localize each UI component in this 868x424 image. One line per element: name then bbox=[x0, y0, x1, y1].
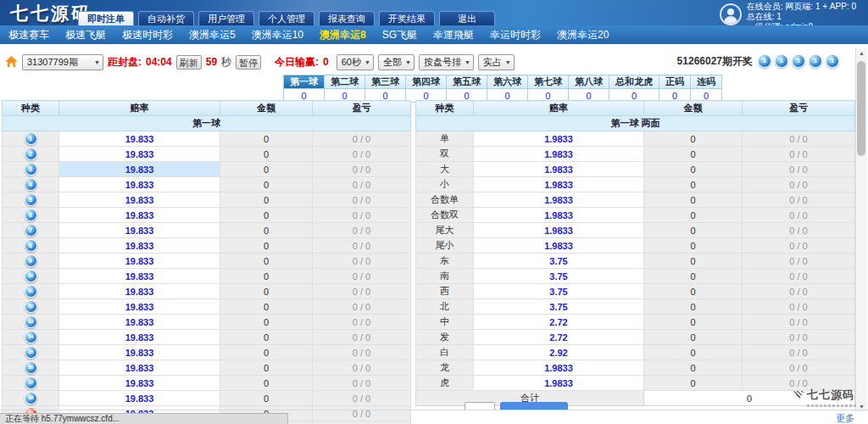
ball-icon: 10 bbox=[25, 270, 37, 282]
odds-cell[interactable]: 2.72 bbox=[474, 315, 644, 330]
refresh-button[interactable]: 刷新 bbox=[176, 55, 202, 70]
odds-cell[interactable]: 19.833 bbox=[59, 299, 220, 315]
odds-cell[interactable]: 1.9833 bbox=[474, 376, 644, 391]
odds-cell[interactable]: 2.72 bbox=[474, 330, 644, 345]
game-nav-item[interactable]: 极速飞艇 bbox=[65, 28, 106, 42]
odds-cell[interactable]: 19.833 bbox=[59, 376, 220, 391]
odds-cell[interactable]: 19.833 bbox=[59, 192, 220, 208]
period-select[interactable]: 31307799期 ▼ bbox=[22, 54, 103, 70]
game-nav: 极速赛车极速飞艇极速时时彩澳洲幸运5澳洲幸运10澳洲幸运8SG飞艇幸運飛艇幸运时… bbox=[0, 25, 868, 44]
ball-icon: 17 bbox=[25, 377, 37, 389]
table-row: 119.83300 / 0 bbox=[3, 131, 411, 147]
amount-cell: 0 bbox=[220, 360, 313, 376]
menu-button[interactable]: 退出 bbox=[439, 11, 495, 25]
odds-cell[interactable]: 3.75 bbox=[474, 299, 644, 315]
odds-cell[interactable]: 19.833 bbox=[59, 315, 220, 330]
odds-cell[interactable]: 1.9833 bbox=[474, 208, 644, 223]
menu-button[interactable]: 即时注单 bbox=[78, 11, 134, 25]
game-nav-item[interactable]: 澳洲幸运20 bbox=[557, 28, 609, 42]
tab-active[interactable]: 第一球 bbox=[284, 75, 325, 89]
odds-cell[interactable]: 1.9833 bbox=[474, 238, 644, 254]
tab-item[interactable]: 第六球 bbox=[487, 75, 528, 89]
game-nav-item[interactable]: 幸運飛艇 bbox=[433, 28, 474, 42]
tab-item[interactable]: 第三球 bbox=[365, 75, 406, 89]
odds-cell[interactable]: 19.833 bbox=[59, 284, 220, 299]
tab-item[interactable]: 第四球 bbox=[406, 75, 447, 89]
game-nav-item[interactable]: 幸运时时彩 bbox=[490, 28, 541, 42]
filter-select[interactable]: 60秒▼ bbox=[337, 54, 374, 70]
odds-cell[interactable]: 2.92 bbox=[474, 345, 644, 360]
profit-loss-cell: 0 / 0 bbox=[313, 131, 411, 147]
tab-item[interactable]: 第七球 bbox=[528, 75, 569, 89]
profit-loss-cell: 0 / 0 bbox=[313, 238, 411, 254]
menu-button[interactable]: 报表查询 bbox=[319, 11, 375, 25]
clipped-blue-button[interactable] bbox=[500, 402, 568, 410]
game-nav-item[interactable]: 澳洲幸运8 bbox=[320, 28, 366, 42]
odds-cell[interactable]: 19.833 bbox=[59, 208, 220, 223]
odds-cell[interactable]: 1.9833 bbox=[474, 177, 644, 192]
tab-item[interactable]: 第二球 bbox=[325, 75, 365, 89]
scroll-down-icon[interactable]: ▼ bbox=[856, 402, 867, 412]
odds-cell[interactable]: 19.833 bbox=[59, 345, 220, 360]
clipped-input-box[interactable] bbox=[465, 402, 495, 410]
table-row: 尾小1.983300 / 0 bbox=[416, 238, 855, 254]
odds-cell[interactable]: 19.833 bbox=[59, 131, 220, 147]
odds-cell[interactable]: 19.833 bbox=[59, 177, 220, 192]
odds-cell[interactable]: 1.9833 bbox=[474, 162, 644, 177]
game-nav-item[interactable]: 澳洲幸运10 bbox=[252, 28, 303, 42]
more-link[interactable]: 更多 bbox=[836, 412, 854, 424]
tab-item[interactable]: 第五球 bbox=[447, 75, 487, 89]
odds-cell[interactable]: 1.9833 bbox=[474, 147, 644, 162]
odds-cell[interactable]: 19.833 bbox=[59, 223, 220, 238]
filter-select[interactable]: 实占▼ bbox=[478, 54, 515, 70]
menu-button[interactable]: 用户管理 bbox=[198, 11, 254, 25]
odds-cell[interactable]: 3.75 bbox=[474, 269, 644, 284]
filter-select[interactable]: 全部▼ bbox=[378, 54, 415, 70]
amount-cell: 0 bbox=[644, 238, 743, 254]
profit-loss-cell: 0 / 0 bbox=[313, 376, 411, 391]
filter-select[interactable]: 按盘号排▼ bbox=[419, 54, 474, 70]
scroll-up-icon[interactable]: ▲ bbox=[856, 48, 867, 59]
game-nav-item[interactable]: 澳洲幸运5 bbox=[189, 28, 236, 42]
profit-loss-cell: 0 / 0 bbox=[743, 345, 855, 360]
home-icon[interactable] bbox=[5, 56, 18, 68]
amount-cell: 0 bbox=[220, 299, 313, 315]
odds-cell[interactable]: 1.9833 bbox=[474, 360, 644, 376]
tab-item[interactable]: 总和龙虎 bbox=[609, 75, 659, 89]
odds-cell[interactable]: 19.833 bbox=[59, 391, 220, 406]
tab-item[interactable]: 连码 bbox=[691, 75, 722, 89]
game-nav-item[interactable]: 极速时时彩 bbox=[122, 28, 173, 42]
menu-button[interactable]: 开奖结果 bbox=[379, 11, 435, 25]
odds-cell[interactable]: 19.833 bbox=[59, 238, 220, 254]
odds-cell[interactable]: 19.833 bbox=[59, 162, 220, 177]
vertical-scrollbar[interactable]: ▲ ▼ bbox=[855, 48, 867, 412]
game-nav-item[interactable]: 极速赛车 bbox=[8, 28, 49, 42]
topbar: 七七源码 即时注单自动补货用户管理个人管理报表查询开奖结果退出 在线会员: 网页… bbox=[0, 0, 868, 25]
bet-type-cell: 合数双 bbox=[416, 208, 474, 223]
odds-cell[interactable]: 1.9833 bbox=[474, 131, 644, 147]
odds-cell[interactable]: 19.833 bbox=[59, 269, 220, 284]
game-nav-item[interactable]: SG飞艇 bbox=[382, 28, 417, 42]
odds-cell[interactable]: 1.9833 bbox=[474, 223, 644, 238]
odds-cell[interactable]: 19.833 bbox=[59, 330, 220, 345]
odds-cell[interactable]: 19.833 bbox=[59, 147, 220, 162]
tab-item[interactable]: 第八球 bbox=[569, 75, 609, 89]
profit-loss-cell: 0 / 0 bbox=[313, 177, 411, 192]
scrollbar-thumb[interactable] bbox=[857, 61, 865, 156]
amount-cell: 0 bbox=[220, 131, 313, 147]
toolbar: 31307799期 ▼ 距封盘: 04:04 刷新 59 秒 暂停 今日输赢: … bbox=[5, 53, 515, 71]
today-winloss-label: 今日输赢: bbox=[275, 55, 319, 70]
odds-cell[interactable]: 3.75 bbox=[474, 254, 644, 269]
ball-icon: 16 bbox=[25, 361, 37, 374]
tab-item[interactable]: 正码 bbox=[659, 75, 691, 89]
col-header-pl: 盈亏 bbox=[743, 101, 855, 116]
odds-cell[interactable]: 19.833 bbox=[59, 254, 220, 269]
odds-cell[interactable]: 1.9833 bbox=[474, 192, 644, 208]
odds-cell[interactable]: 3.75 bbox=[474, 284, 644, 299]
pause-button[interactable]: 暂停 bbox=[236, 55, 261, 70]
menu-button[interactable]: 自动补货 bbox=[138, 11, 194, 25]
odds-cell[interactable]: 19.833 bbox=[59, 360, 220, 376]
profit-loss-cell: 0 / 0 bbox=[743, 131, 855, 147]
amount-cell: 0 bbox=[644, 223, 743, 238]
menu-button[interactable]: 个人管理 bbox=[259, 11, 314, 25]
